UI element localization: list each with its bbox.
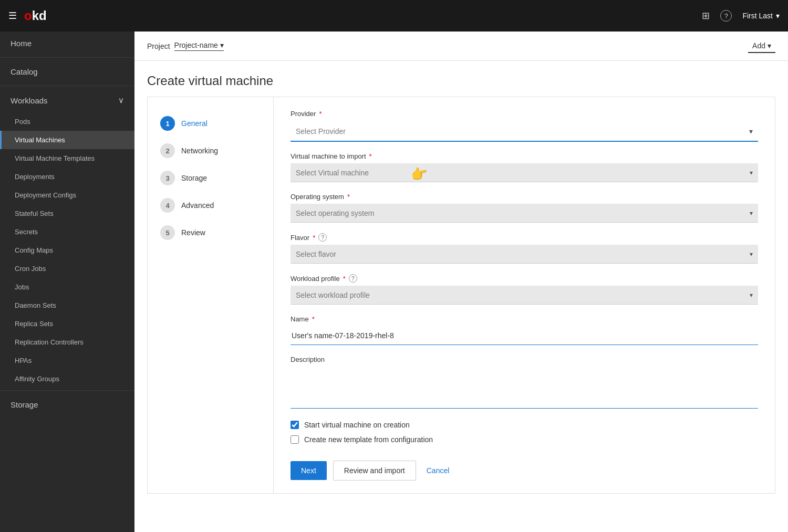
flavor-field: Flavor * ? Small Medium Large ▾ Select f… [291,233,758,264]
top-navigation: ☰ okd ⊞ ? First Last ▾ [0,0,788,32]
create-template-checkbox-group: Create new template from configuration [291,435,758,444]
project-selector[interactable]: Project-name ▾ [174,41,224,51]
page-title-area: Create virtual machine [134,61,788,97]
workload-select[interactable]: Server Desktop [291,286,758,305]
vm-import-select[interactable] [291,163,758,182]
sidebar-item-storage[interactable]: Storage [0,393,134,416]
provider-required-star: * [319,110,322,118]
workload-help-icon[interactable]: ? [349,274,357,283]
sidebar-item-jobs[interactable]: Jobs [0,278,134,296]
project-label: Project [147,42,170,50]
logo: okd [24,8,47,23]
vm-import-field: Virtual machine to import * ▾ Select Vir… [291,152,758,182]
wizard-steps: 1 General 2 Networking 3 Storage 4 Advan… [148,97,274,493]
provider-select-wrapper: VMware oVirt ▾ Select Provider [291,121,758,142]
sidebar-item-hpas[interactable]: HPAs [0,351,134,370]
start-vm-checkbox[interactable] [291,421,299,429]
flavor-label: Flavor * ? [291,233,758,242]
provider-field: Provider * VMware oVirt ▾ Select Provide… [291,110,758,142]
workload-select-wrapper: Server Desktop ▾ Select workload profile [291,286,758,305]
description-textarea[interactable] [291,367,758,409]
sidebar-item-config-maps[interactable]: Config Maps [0,241,134,259]
sidebar-item-home[interactable]: Home [0,32,134,55]
os-select[interactable]: RHEL 8 RHEL 7 [291,204,758,223]
hamburger-menu-icon[interactable]: ☰ [8,10,17,22]
step-1-circle: 1 [160,116,175,131]
step-2-circle: 2 [160,143,175,158]
sidebar: Home Catalog Workloads ∨ Pods Virtual Ma… [0,32,134,532]
sidebar-item-virtual-machines[interactable]: Virtual Machines [0,131,134,149]
flavor-select-wrapper: Small Medium Large ▾ Select flavor [291,245,758,264]
sidebar-item-replication-controllers[interactable]: Replication Controllers [0,333,134,351]
page-title: Create virtual machine [147,74,775,88]
sidebar-item-affinity-groups[interactable]: Affinity Groups [0,370,134,388]
name-label: Name * [291,315,758,323]
cancel-button[interactable]: Cancel [422,461,454,480]
sidebar-item-catalog[interactable]: Catalog [0,60,134,84]
create-template-checkbox[interactable] [291,435,299,444]
step-3-label: Storage [181,174,207,182]
vm-import-select-wrapper: ▾ Select Virtual machine [291,163,758,182]
sidebar-item-pods[interactable]: Pods [0,112,134,131]
add-button[interactable]: Add ▾ [748,39,775,53]
breadcrumb: Project Project-name ▾ [147,41,224,51]
os-required-star: * [347,193,350,201]
step-4-label: Advanced [181,201,214,210]
add-chevron-icon: ▾ [768,41,771,50]
sidebar-item-replica-sets[interactable]: Replica Sets [0,315,134,333]
user-menu[interactable]: First Last ▾ [742,12,780,20]
main-content: Project Project-name ▾ Add ▾ Create virt… [134,32,788,532]
sidebar-item-deployments[interactable]: Deployments [0,168,134,186]
flavor-help-icon[interactable]: ? [318,233,327,242]
next-button[interactable]: Next [291,461,327,480]
review-import-button[interactable]: Review and import [333,461,416,481]
vm-import-label: Virtual machine to import * [291,152,758,160]
name-required-star: * [312,315,315,323]
help-icon[interactable]: ? [720,10,732,22]
name-input[interactable] [291,326,758,345]
vm-import-required-star: * [369,152,372,160]
sidebar-item-cron-jobs[interactable]: Cron Jobs [0,259,134,278]
workload-required-star: * [343,275,346,283]
sidebar-workloads-header[interactable]: Workloads ∨ [0,88,134,112]
wizard-step-3[interactable]: 3 Storage [148,164,273,192]
os-select-wrapper: RHEL 8 RHEL 7 ▾ Select operating system [291,204,758,223]
step-2-label: Networking [181,147,218,155]
wizard-step-4[interactable]: 4 Advanced [148,192,273,219]
step-5-circle: 5 [160,225,175,240]
os-label: Operating system * [291,193,758,201]
flavor-select[interactable]: Small Medium Large [291,245,758,264]
step-5-label: Review [181,228,205,237]
user-name-label: First Last [742,12,773,20]
wizard-step-1[interactable]: 1 General [148,110,273,137]
description-field: Description [291,356,758,410]
wizard-step-5[interactable]: 5 Review [148,219,273,246]
create-template-label: Create new template from configuration [304,435,433,444]
logo-text: okd [24,8,47,23]
sidebar-item-secrets[interactable]: Secrets [0,223,134,241]
sidebar-item-deployment-configs[interactable]: Deployment Configs [0,186,134,204]
flavor-required-star: * [313,234,315,242]
step-3-circle: 3 [160,171,175,185]
start-vm-label: Start virtual machine on creation [304,421,410,429]
provider-label: Provider * [291,110,758,118]
provider-select[interactable]: VMware oVirt [291,121,758,142]
wizard-actions: Next Review and import Cancel [291,461,758,481]
logo-o: o [24,8,32,23]
name-field: Name * [291,315,758,345]
project-chevron-icon: ▾ [220,41,224,49]
wizard-step-2[interactable]: 2 Networking [148,137,273,164]
workload-label: Workload profile * ? [291,274,758,283]
sidebar-item-virtual-machine-templates[interactable]: Virtual Machine Templates [0,149,134,168]
sidebar-item-daemon-sets[interactable]: Daemon Sets [0,296,134,315]
wizard-form-content: Provider * VMware oVirt ▾ Select Provide… [274,97,775,493]
project-name-label: Project-name [174,41,218,49]
step-1-label: General [181,119,208,128]
step-4-circle: 4 [160,198,175,213]
workload-field: Workload profile * ? Server Desktop ▾ Se… [291,274,758,305]
user-chevron-icon: ▾ [776,12,780,20]
sidebar-item-stateful-sets[interactable]: Stateful Sets [0,204,134,223]
grid-icon[interactable]: ⊞ [702,10,710,22]
start-vm-checkbox-group: Start virtual machine on creation [291,421,758,429]
description-label: Description [291,356,758,363]
